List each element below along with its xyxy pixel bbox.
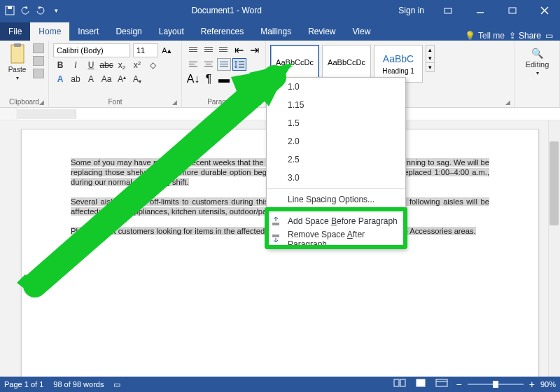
maximize-button[interactable] [497,0,528,21]
shrink-font-icon[interactable]: A▾ [130,73,144,85]
redo-icon[interactable] [35,5,46,16]
ribbon-display-options-icon[interactable] [433,0,463,21]
save-icon[interactable] [4,5,15,16]
group-font-label: Font [108,98,122,106]
text-effects-button[interactable]: A [53,73,67,85]
bold-button[interactable]: B [53,59,67,71]
paste-label: Paste [8,66,27,74]
sign-in-link[interactable]: Sign in [391,6,431,15]
editing-label[interactable]: Editing [526,60,550,69]
underline-button[interactable]: U [84,59,98,71]
spacing-1.15[interactable]: 1.15 [267,96,405,114]
svg-rect-1 [8,6,12,9]
status-words[interactable]: 98 of 98 words [53,380,104,388]
tab-review[interactable]: Review [300,22,344,41]
font-dialog-launcher[interactable]: ◢ [172,99,177,106]
numbering-button[interactable] [202,43,216,56]
svg-rect-24 [436,379,447,386]
spacing-1.0[interactable]: 1.0 [267,78,405,96]
clear-formatting-button[interactable]: ◇ [146,59,160,71]
comments-icon[interactable]: ▭ [545,31,553,41]
align-center-button[interactable] [202,58,216,71]
tab-insert[interactable]: Insert [69,22,107,41]
line-spacing-button[interactable] [232,58,246,71]
copy-button[interactable] [33,56,44,66]
group-font: A▴ B I U abc x2 x2 ◇ A ab A Aa A▴ A▾ Fon… [49,41,182,107]
font-size-select[interactable] [133,43,158,57]
paragraph-dialog-launcher[interactable]: ◢ [256,99,261,106]
undo-icon[interactable] [20,5,31,16]
tell-me-search[interactable]: 💡 Tell me [465,31,505,41]
minimize-button[interactable] [465,0,496,21]
multilevel-list-button[interactable] [217,43,231,56]
styles-scroll-down[interactable]: ▾ [426,54,434,62]
align-left-button[interactable] [186,58,200,71]
cut-button[interactable] [33,43,44,53]
view-print-layout[interactable] [414,379,430,390]
tab-design[interactable]: Design [107,22,150,41]
font-name-select[interactable] [53,43,130,57]
align-justify-button[interactable] [217,58,231,71]
styles-expand[interactable]: ▾ [426,62,434,71]
zoom-in-button[interactable]: + [529,379,535,390]
font-color-button[interactable]: A [84,73,98,85]
status-page[interactable]: Page 1 of 1 [4,380,43,388]
tab-layout[interactable]: Layout [150,22,192,41]
spacing-2.0[interactable]: 2.0 [267,132,405,150]
styles-dialog-launcher[interactable]: ◢ [505,99,510,106]
grow-font-button[interactable]: A▴ [161,44,172,57]
group-clipboard-label: Clipboard [9,98,39,106]
customize-qat-icon[interactable]: ▾ [50,5,62,16]
strikethrough-button[interactable]: abc [99,59,113,71]
format-painter-button[interactable] [33,69,44,78]
view-web-layout[interactable] [435,379,451,390]
grow-font-icon[interactable]: A▴ [115,73,129,85]
clipboard-dialog-launcher[interactable]: ◢ [39,99,44,106]
zoom-slider[interactable] [468,384,524,385]
app-name: Word [241,6,261,15]
superscript-button[interactable]: x2 [130,59,144,71]
window-title: Document1 - Word [62,6,391,15]
tab-mailings[interactable]: Mailings [252,22,300,41]
tab-file[interactable]: File [0,22,30,41]
line-spacing-options[interactable]: Line Spacing Options... [267,190,405,209]
spacing-1.5[interactable]: 1.5 [267,114,405,132]
svg-rect-8 [14,43,21,47]
bullets-button[interactable] [186,43,200,56]
proofing-icon[interactable]: ▭ [113,380,120,389]
shading-button[interactable]: ▬ [217,73,231,85]
decrease-indent-button[interactable]: ⇤ [232,43,246,56]
share-icon: ⇪ [509,31,516,41]
spacing-3.0[interactable]: 3.0 [267,169,405,187]
add-space-before[interactable]: Add Space Before Paragraph [267,212,405,230]
sort-button[interactable]: A↓ [186,73,200,85]
show-marks-button[interactable]: ¶ [202,73,216,85]
svg-rect-22 [400,379,405,386]
group-paragraph-label: Paragraph [207,98,240,106]
vertical-scrollbar[interactable] [548,120,560,377]
share-button[interactable]: ⇪ Share [509,31,541,41]
view-read-mode[interactable] [393,379,409,390]
styles-scroll-up[interactable]: ▴ [426,46,434,54]
find-icon[interactable]: 🔍 [531,48,543,59]
tab-home[interactable]: Home [30,22,69,41]
group-clipboard: Paste ▾ Clipboard◢ [0,41,49,107]
scroll-thumb[interactable] [550,141,559,225]
italic-button[interactable]: I [69,59,83,71]
group-editing: 🔍 Editing ▾ [515,41,560,107]
paste-button[interactable]: Paste ▾ [4,43,30,87]
highlight-color-button[interactable]: ab [69,73,83,85]
close-button[interactable] [529,0,560,21]
zoom-out-button[interactable]: − [456,379,462,390]
tab-references[interactable]: References [192,22,252,41]
zoom-level[interactable]: 90% [540,380,556,388]
svg-rect-21 [394,379,399,386]
subscript-button[interactable]: x2 [115,59,129,71]
change-case-button[interactable]: Aa [99,73,113,85]
increase-indent-button[interactable]: ⇥ [247,43,261,56]
tab-view[interactable]: View [344,22,379,41]
chevron-down-icon: ▾ [16,75,19,81]
borders-button[interactable]: ▦ [232,73,246,85]
spacing-2.5[interactable]: 2.5 [267,150,405,169]
remove-space-after[interactable]: Remove Space After Paragraph [267,230,405,248]
